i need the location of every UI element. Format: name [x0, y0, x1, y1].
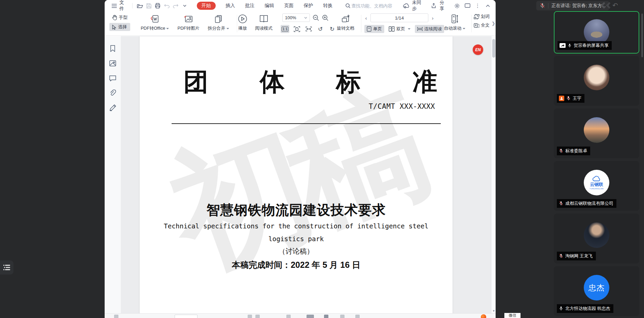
split-merge-label: 拆分合并: [208, 26, 225, 31]
status-icon[interactable]: [114, 315, 118, 318]
zoom-level-value: 100%: [285, 15, 296, 20]
participant-tile[interactable]: 贺宗春的屏幕共享: [554, 11, 639, 54]
rotate-left-icon[interactable]: ↺: [316, 25, 325, 33]
file-menu[interactable]: 文件: [119, 0, 129, 12]
status-icon[interactable]: [248, 315, 252, 318]
participant-tile[interactable]: 淘钢网 王龙飞: [554, 214, 639, 263]
full-translate-button[interactable]: 全文: [474, 22, 493, 28]
wechat-taskbar-label[interactable]: 微信: [504, 313, 521, 318]
continuous-reading-icon: [417, 27, 423, 31]
search-box[interactable]: [344, 2, 402, 10]
feedback-comment-icon[interactable]: [464, 2, 471, 10]
more-options-icon[interactable]: ⋮: [474, 2, 481, 10]
status-icon[interactable]: [355, 315, 360, 318]
pdf-page[interactable]: 初稿 团 体 标 准 T/CAMT XXX-XXXX 智慧钢铁物流园建设技术要求…: [140, 36, 453, 313]
fit-width-button[interactable]: [304, 25, 313, 33]
undo-icon[interactable]: [163, 2, 171, 10]
single-page-button[interactable]: 单页: [364, 25, 384, 33]
hand-icon: [112, 15, 117, 20]
host-badge-icon: [559, 96, 564, 101]
document-canvas[interactable]: 初稿 团 体 标 准 T/CAMT XXX-XXXX 智慧钢铁物流园建设技术要求…: [121, 36, 491, 313]
zoom-out-button[interactable]: [313, 14, 319, 21]
save-icon[interactable]: [145, 2, 153, 10]
next-page-button[interactable]: ›: [430, 15, 435, 21]
standard-number: T/CAMT XXX-XXXX: [369, 102, 435, 110]
mic-muted-icon: [559, 201, 563, 206]
status-icon[interactable]: [307, 315, 314, 318]
tab-edit[interactable]: 编辑: [265, 3, 274, 9]
document-subtitle-en-2: logistics park: [140, 235, 453, 243]
mic-on-icon: [559, 306, 563, 311]
select-tool-button[interactable]: 选择: [109, 23, 130, 31]
status-icon[interactable]: [286, 315, 291, 318]
panel-scrollbar-thumb[interactable]: [641, 13, 643, 57]
tab-protect[interactable]: 保护: [304, 3, 313, 9]
collapse-ribbon-icon[interactable]: [484, 2, 492, 10]
word-translate-label: 划词: [481, 13, 490, 20]
pdf-to-office-icon: [150, 13, 160, 25]
rotate-document-button[interactable]: 旋转文档: [331, 13, 360, 31]
read-mode-button[interactable]: 阅读模式: [249, 13, 279, 31]
auto-scroll-button[interactable]: 自动滚动: [440, 13, 469, 31]
translate-floating-badge[interactable]: EN: [473, 44, 483, 55]
print-icon[interactable]: [154, 2, 162, 10]
tab-convert[interactable]: 转换: [323, 3, 333, 9]
attachment-icon[interactable]: [109, 89, 116, 97]
status-icon[interactable]: [324, 315, 328, 318]
tab-insert[interactable]: 插入: [226, 3, 235, 9]
page-indicator-input[interactable]: [370, 13, 428, 22]
wps-pdf-window: 文件 开始 插入 批注 编辑: [105, 0, 496, 318]
previous-page-button[interactable]: ‹: [364, 15, 368, 21]
search-input[interactable]: [352, 3, 402, 8]
cursor-icon: [112, 25, 116, 30]
redo-icon[interactable]: [172, 2, 180, 10]
dropdown-caret-icon: [463, 28, 465, 29]
double-page-button[interactable]: 双页: [386, 25, 413, 33]
pdf-to-image-button[interactable]: PDF转图片: [172, 13, 205, 31]
image-annotation-icon[interactable]: [109, 60, 116, 67]
status-page-box[interactable]: [175, 315, 198, 318]
sync-status-label[interactable]: 未同步: [412, 0, 425, 12]
cloud-unsynced-icon[interactable]: [403, 2, 410, 10]
logo-subtext: YUNGANGLIAN: [589, 188, 604, 190]
ribbon-overflow-button[interactable]: ❯: [492, 21, 495, 26]
status-icon[interactable]: [340, 315, 345, 318]
gear-icon[interactable]: [454, 2, 461, 10]
left-tool-rail: [105, 36, 121, 313]
menubar-right-actions: 未同步 分享 ⋮: [402, 0, 492, 12]
word-translate-button[interactable]: 划词: [474, 13, 493, 20]
signature-pen-icon[interactable]: [109, 104, 116, 112]
hamburger-menu-icon[interactable]: [110, 2, 118, 10]
bookmark-icon[interactable]: [109, 45, 116, 52]
avatar: [584, 117, 609, 143]
dropdown-caret-icon: [408, 28, 410, 30]
share-icon[interactable]: [430, 2, 437, 10]
hand-tool-button[interactable]: 手型: [109, 13, 130, 22]
zoom-in-button[interactable]: [322, 14, 329, 21]
share-label[interactable]: 分享: [440, 0, 448, 12]
participant-tile[interactable]: 忠杰 北方恒达物流园 韩忠杰: [554, 266, 639, 316]
mic-muted-icon: [566, 96, 571, 101]
zoom-level-select[interactable]: 100%: [282, 13, 310, 22]
toc-floating-button[interactable]: [0, 260, 13, 275]
rotate-document-icon: [341, 13, 351, 25]
scrollbar-thumb[interactable]: [492, 39, 495, 58]
actual-size-button[interactable]: 1:1: [281, 25, 289, 33]
participant-tile[interactable]: 云钢联 YUNGANGLIAN 成都云钢联物流有限公司: [554, 161, 639, 211]
open-folder-icon[interactable]: [136, 2, 144, 10]
document-scrollbar[interactable]: ▼: [491, 36, 496, 313]
fit-page-button[interactable]: [292, 25, 301, 33]
book-icon: [259, 13, 269, 25]
tab-comment[interactable]: 批注: [245, 3, 255, 9]
scroll-down-arrow[interactable]: ▼: [492, 309, 496, 313]
tab-page[interactable]: 页面: [284, 3, 294, 9]
participant-tile[interactable]: 标准委陈卓: [554, 108, 639, 158]
logo-text: 云钢联: [590, 182, 603, 188]
pdf-to-office-button[interactable]: PDF转Office: [139, 13, 171, 31]
participant-tile[interactable]: 王宇: [554, 56, 639, 106]
document-area: 初稿 团 体 标 准 T/CAMT XXX-XXXX 智慧钢铁物流园建设技术要求…: [105, 36, 496, 313]
status-icon[interactable]: [255, 315, 260, 318]
tab-home[interactable]: 开始: [197, 2, 216, 10]
toolbar-dropdown-icon[interactable]: [181, 2, 189, 10]
comment-bubble-icon[interactable]: [109, 74, 116, 82]
